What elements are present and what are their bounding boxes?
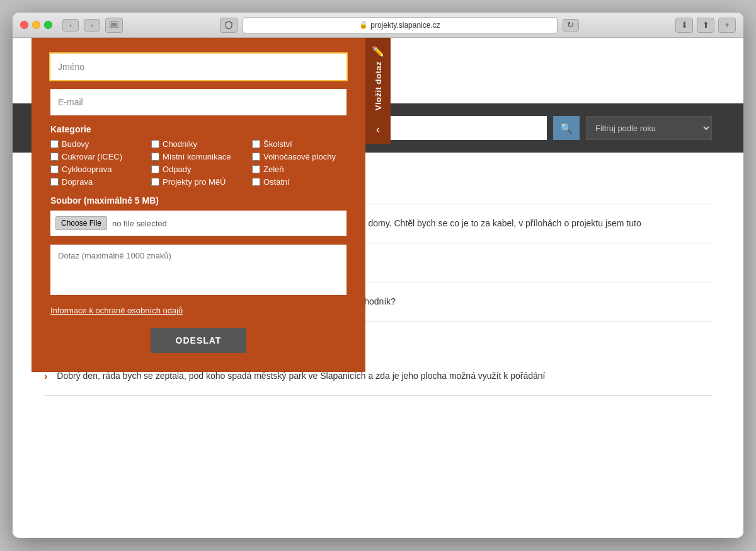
checkbox-input-odpady[interactable] (151, 165, 159, 173)
checkbox-label: Projekty pro MěÚ (163, 177, 226, 187)
checkbox-label: Chodníky (163, 139, 197, 149)
browser-titlebar: ‹ › 🔒 projekty.slapanice.cz ↻ ⬇ ⬆ + (13, 13, 743, 38)
submit-button[interactable]: ODESLAT (151, 328, 247, 353)
back-button[interactable]: ‹ (62, 19, 79, 32)
checkbox-chodníky[interactable]: Chodníky (151, 139, 246, 149)
email-field (50, 89, 346, 115)
checkbox-input-chodníky[interactable] (151, 140, 159, 148)
soubor-label: Soubor (maximálně 5 MB) (50, 195, 346, 206)
checkbox-input-ostatni[interactable] (252, 178, 260, 186)
checkbox-label: Místní komunikace (163, 152, 231, 161)
svg-rect-1 (111, 23, 117, 26)
checkbox-label: Zeleň (263, 165, 284, 174)
checkbox-label: Volnočasové plochy (263, 152, 336, 161)
address-bar-area: 🔒 projekty.slapanice.cz ↻ (128, 17, 670, 33)
checkbox-doprava[interactable]: Doprava (50, 177, 145, 187)
checkbox-label: Doprava (62, 177, 93, 187)
shield-icon (220, 18, 238, 33)
search-button[interactable]: 🔍 (553, 116, 580, 140)
checkbox-odpady[interactable]: Odpady (151, 165, 246, 174)
checkbox-input-mistni-komunikace[interactable] (151, 153, 159, 161)
new-tab-button[interactable]: + (718, 18, 736, 33)
checkboxes-grid: Budovy Chodníky Školství Cukrovar (ICEC)… (50, 139, 346, 187)
file-input-wrap: Choose File no file selected (50, 211, 346, 236)
jmeno-input[interactable] (50, 54, 346, 80)
overlay-form-panel: Kategorie Budovy Chodníky Školství Cukro… (32, 38, 365, 372)
checkbox-label: Ostatní (263, 177, 290, 187)
close-button[interactable] (20, 21, 28, 29)
checkbox-input-volnocasove[interactable] (252, 153, 260, 161)
checkbox-cukrovar[interactable]: Cukrovar (ICEC) (50, 152, 145, 161)
kategorie-label: Kategorie (50, 124, 346, 134)
question-arrow-icon: › (44, 371, 47, 382)
pencil-icon: ✏️ (372, 45, 384, 57)
share-button[interactable]: ⬆ (697, 18, 714, 33)
maximize-button[interactable] (44, 21, 52, 29)
checkbox-input-projekty-meu[interactable] (151, 178, 159, 186)
traffic-lights (20, 21, 52, 29)
url-text: projekty.slapanice.cz (370, 21, 440, 30)
checkbox-input-doprava[interactable] (50, 178, 59, 186)
download-button[interactable]: ⬇ (675, 18, 693, 33)
side-tab[interactable]: ✏️ Vložit dotaz ‹ (365, 38, 391, 144)
reload-button[interactable]: ↻ (563, 19, 579, 32)
jmeno-field (50, 54, 346, 80)
checkbox-input-budovy[interactable] (50, 140, 59, 148)
chevron-left-icon: ‹ (376, 123, 380, 136)
checkbox-cyklodoprava[interactable]: Cyklodoprava (50, 165, 145, 174)
checkbox-skolstvi[interactable]: Školství (252, 139, 346, 149)
browser-actions: ⬇ ⬆ + (675, 18, 736, 33)
checkbox-budovy[interactable]: Budovy (50, 139, 145, 149)
checkbox-mistni-komunikace[interactable]: Místní komunikace (151, 152, 246, 161)
dotaz-textarea[interactable] (50, 245, 346, 295)
checkbox-label: Školství (263, 139, 292, 149)
checkbox-projekty-meu[interactable]: Projekty pro MěÚ (151, 177, 246, 187)
email-input[interactable] (50, 89, 346, 115)
checkbox-label: Cukrovar (ICEC) (62, 152, 122, 161)
checkbox-label: Cyklodoprava (62, 165, 112, 174)
address-bar[interactable]: 🔒 projekty.slapanice.cz (243, 17, 558, 33)
checkbox-label: Odpady (163, 165, 192, 174)
checkbox-ostatni[interactable]: Ostatní (252, 177, 346, 187)
choose-file-button[interactable]: Choose File (55, 216, 107, 230)
checkbox-input-cukrovar[interactable] (50, 153, 59, 161)
checkbox-input-zelen[interactable] (252, 165, 260, 173)
browser-window: ‹ › 🔒 projekty.slapanice.cz ↻ ⬇ ⬆ + OTÁZ… (13, 13, 743, 538)
file-name-text: no file selected (112, 219, 167, 228)
browser-content: OTÁZKY A ODPOVĚDI 🔍 Filtruj podle roku ›… (13, 38, 743, 538)
checkbox-zelen[interactable]: Zeleň (252, 165, 346, 174)
checkbox-input-skolstvi[interactable] (252, 140, 260, 148)
checkbox-label: Budovy (62, 139, 89, 149)
side-tab-label: Vložit dotaz (374, 61, 383, 110)
forward-button[interactable]: › (84, 19, 100, 32)
minimize-button[interactable] (32, 21, 40, 29)
privacy-link[interactable]: Informace k ochraně osobních údajů (50, 306, 346, 315)
year-filter-select[interactable]: Filtruj podle roku (586, 116, 712, 140)
lock-icon: 🔒 (359, 21, 368, 29)
tab-overview-button[interactable] (105, 18, 123, 33)
checkbox-volnocasove[interactable]: Volnočasové plochy (252, 152, 346, 161)
checkbox-input-cyklodoprava[interactable] (50, 165, 59, 173)
